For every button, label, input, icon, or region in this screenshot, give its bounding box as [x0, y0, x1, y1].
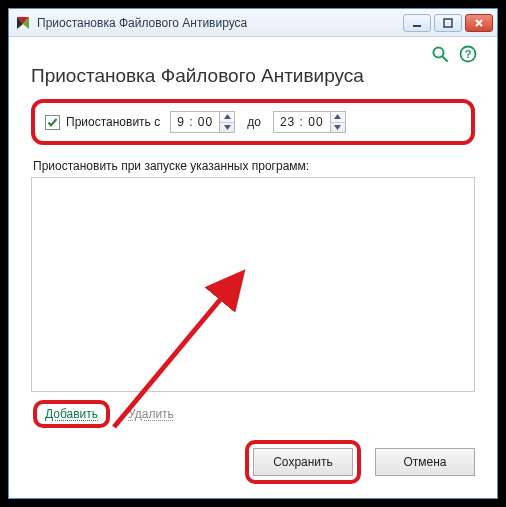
from-time-input[interactable]: 9 : 00 — [170, 111, 219, 133]
app-icon — [15, 15, 31, 31]
svg-marker-10 — [224, 125, 231, 130]
pause-checkbox-label: Приостановить с — [66, 115, 160, 129]
svg-marker-12 — [334, 125, 341, 130]
link-row: Добавить Удалить — [33, 400, 475, 428]
button-row: Сохранить Отмена — [31, 440, 475, 484]
save-button[interactable]: Сохранить — [253, 448, 353, 476]
help-icon[interactable]: ? — [459, 45, 477, 63]
from-time-field: 9 : 00 — [170, 111, 235, 133]
titlebar: Приостановка Файлового Антивируса — [9, 9, 497, 37]
svg-marker-9 — [224, 114, 231, 119]
content-area: ? Приостановка Файлового Антивируса Прио… — [9, 37, 497, 498]
programs-label: Приостановить при запуске указанных прог… — [33, 159, 475, 173]
page-title: Приостановка Файлового Антивируса — [31, 65, 475, 87]
add-link[interactable]: Добавить — [45, 407, 98, 421]
dialog-window: Приостановка Файлового Антивируса ? Прио… — [8, 8, 498, 499]
to-time-up-button[interactable] — [331, 112, 345, 123]
cancel-button[interactable]: Отмена — [375, 448, 475, 476]
delete-link[interactable]: Удалить — [128, 407, 174, 421]
svg-text:?: ? — [465, 48, 472, 60]
from-time-down-button[interactable] — [220, 123, 234, 133]
time-separator-label: до — [247, 115, 261, 129]
top-icons: ? — [431, 45, 477, 63]
programs-listbox[interactable] — [31, 177, 475, 392]
svg-line-6 — [443, 57, 448, 62]
to-time-input[interactable]: 23 : 00 — [273, 111, 330, 133]
svg-marker-11 — [334, 114, 341, 119]
to-time-spinner — [330, 111, 346, 133]
add-link-highlight: Добавить — [33, 400, 110, 428]
to-time-field: 23 : 00 — [273, 111, 346, 133]
from-time-spinner — [219, 111, 235, 133]
svg-rect-4 — [444, 19, 452, 27]
maximize-button[interactable] — [434, 14, 462, 32]
window-controls — [403, 14, 493, 32]
to-time-down-button[interactable] — [331, 123, 345, 133]
pause-time-highlight: Приостановить с 9 : 00 до 23 : 00 — [31, 99, 475, 145]
search-icon[interactable] — [431, 45, 449, 63]
svg-rect-3 — [413, 25, 421, 27]
from-time-up-button[interactable] — [220, 112, 234, 123]
pause-checkbox[interactable] — [45, 115, 60, 130]
save-button-highlight: Сохранить — [245, 440, 361, 484]
window-title: Приостановка Файлового Антивируса — [37, 16, 403, 30]
minimize-button[interactable] — [403, 14, 431, 32]
close-button[interactable] — [465, 14, 493, 32]
